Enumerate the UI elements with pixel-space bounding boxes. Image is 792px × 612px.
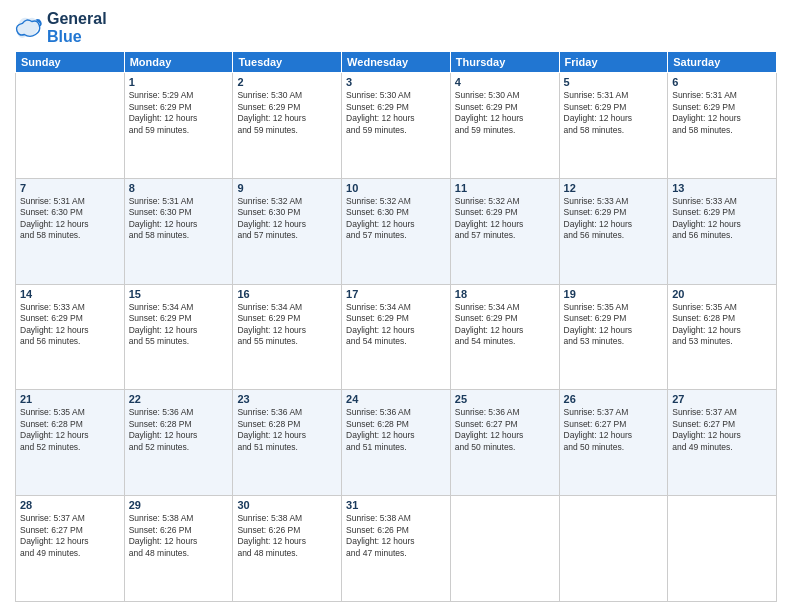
calendar-cell [16, 73, 125, 179]
calendar-cell [668, 496, 777, 602]
calendar-header-thursday: Thursday [450, 52, 559, 73]
calendar-cell: 26Sunrise: 5:37 AM Sunset: 6:27 PM Dayli… [559, 390, 668, 496]
calendar-cell: 29Sunrise: 5:38 AM Sunset: 6:26 PM Dayli… [124, 496, 233, 602]
calendar-cell: 4Sunrise: 5:30 AM Sunset: 6:29 PM Daylig… [450, 73, 559, 179]
day-number: 1 [129, 76, 229, 88]
day-info: Sunrise: 5:36 AM Sunset: 6:27 PM Dayligh… [455, 407, 555, 453]
calendar-cell: 19Sunrise: 5:35 AM Sunset: 6:29 PM Dayli… [559, 284, 668, 390]
day-number: 8 [129, 182, 229, 194]
calendar-header-monday: Monday [124, 52, 233, 73]
day-info: Sunrise: 5:38 AM Sunset: 6:26 PM Dayligh… [237, 513, 337, 559]
day-info: Sunrise: 5:30 AM Sunset: 6:29 PM Dayligh… [346, 90, 446, 136]
day-number: 3 [346, 76, 446, 88]
calendar-cell: 10Sunrise: 5:32 AM Sunset: 6:30 PM Dayli… [342, 178, 451, 284]
day-number: 29 [129, 499, 229, 511]
day-number: 5 [564, 76, 664, 88]
calendar-cell: 5Sunrise: 5:31 AM Sunset: 6:29 PM Daylig… [559, 73, 668, 179]
calendar-cell: 11Sunrise: 5:32 AM Sunset: 6:29 PM Dayli… [450, 178, 559, 284]
calendar-week-row: 21Sunrise: 5:35 AM Sunset: 6:28 PM Dayli… [16, 390, 777, 496]
calendar-header-row: SundayMondayTuesdayWednesdayThursdayFrid… [16, 52, 777, 73]
day-number: 26 [564, 393, 664, 405]
day-info: Sunrise: 5:30 AM Sunset: 6:29 PM Dayligh… [237, 90, 337, 136]
day-number: 27 [672, 393, 772, 405]
header: General Blue [15, 10, 777, 45]
day-number: 9 [237, 182, 337, 194]
day-info: Sunrise: 5:33 AM Sunset: 6:29 PM Dayligh… [564, 196, 664, 242]
day-number: 21 [20, 393, 120, 405]
day-number: 28 [20, 499, 120, 511]
calendar-cell: 6Sunrise: 5:31 AM Sunset: 6:29 PM Daylig… [668, 73, 777, 179]
calendar-table: SundayMondayTuesdayWednesdayThursdayFrid… [15, 51, 777, 602]
day-number: 17 [346, 288, 446, 300]
day-number: 23 [237, 393, 337, 405]
calendar-cell: 28Sunrise: 5:37 AM Sunset: 6:27 PM Dayli… [16, 496, 125, 602]
day-info: Sunrise: 5:32 AM Sunset: 6:30 PM Dayligh… [346, 196, 446, 242]
calendar-week-row: 28Sunrise: 5:37 AM Sunset: 6:27 PM Dayli… [16, 496, 777, 602]
day-number: 31 [346, 499, 446, 511]
calendar-week-row: 1Sunrise: 5:29 AM Sunset: 6:29 PM Daylig… [16, 73, 777, 179]
day-number: 20 [672, 288, 772, 300]
calendar-week-row: 14Sunrise: 5:33 AM Sunset: 6:29 PM Dayli… [16, 284, 777, 390]
day-info: Sunrise: 5:29 AM Sunset: 6:29 PM Dayligh… [129, 90, 229, 136]
calendar-cell: 13Sunrise: 5:33 AM Sunset: 6:29 PM Dayli… [668, 178, 777, 284]
day-info: Sunrise: 5:38 AM Sunset: 6:26 PM Dayligh… [346, 513, 446, 559]
calendar-cell: 1Sunrise: 5:29 AM Sunset: 6:29 PM Daylig… [124, 73, 233, 179]
day-info: Sunrise: 5:32 AM Sunset: 6:30 PM Dayligh… [237, 196, 337, 242]
calendar-header-tuesday: Tuesday [233, 52, 342, 73]
day-number: 7 [20, 182, 120, 194]
calendar-cell: 3Sunrise: 5:30 AM Sunset: 6:29 PM Daylig… [342, 73, 451, 179]
calendar-cell: 30Sunrise: 5:38 AM Sunset: 6:26 PM Dayli… [233, 496, 342, 602]
day-info: Sunrise: 5:36 AM Sunset: 6:28 PM Dayligh… [346, 407, 446, 453]
calendar-cell: 24Sunrise: 5:36 AM Sunset: 6:28 PM Dayli… [342, 390, 451, 496]
day-number: 10 [346, 182, 446, 194]
logo-icon [15, 14, 43, 42]
calendar-cell: 12Sunrise: 5:33 AM Sunset: 6:29 PM Dayli… [559, 178, 668, 284]
day-number: 16 [237, 288, 337, 300]
day-info: Sunrise: 5:36 AM Sunset: 6:28 PM Dayligh… [237, 407, 337, 453]
day-info: Sunrise: 5:37 AM Sunset: 6:27 PM Dayligh… [672, 407, 772, 453]
day-info: Sunrise: 5:38 AM Sunset: 6:26 PM Dayligh… [129, 513, 229, 559]
calendar-cell: 27Sunrise: 5:37 AM Sunset: 6:27 PM Dayli… [668, 390, 777, 496]
day-info: Sunrise: 5:33 AM Sunset: 6:29 PM Dayligh… [20, 302, 120, 348]
day-number: 18 [455, 288, 555, 300]
calendar-header-sunday: Sunday [16, 52, 125, 73]
day-info: Sunrise: 5:31 AM Sunset: 6:30 PM Dayligh… [129, 196, 229, 242]
day-number: 11 [455, 182, 555, 194]
calendar-cell: 20Sunrise: 5:35 AM Sunset: 6:28 PM Dayli… [668, 284, 777, 390]
calendar-cell: 21Sunrise: 5:35 AM Sunset: 6:28 PM Dayli… [16, 390, 125, 496]
day-number: 25 [455, 393, 555, 405]
day-info: Sunrise: 5:30 AM Sunset: 6:29 PM Dayligh… [455, 90, 555, 136]
calendar-cell: 22Sunrise: 5:36 AM Sunset: 6:28 PM Dayli… [124, 390, 233, 496]
day-info: Sunrise: 5:34 AM Sunset: 6:29 PM Dayligh… [455, 302, 555, 348]
day-info: Sunrise: 5:34 AM Sunset: 6:29 PM Dayligh… [346, 302, 446, 348]
logo: General Blue [15, 10, 107, 45]
calendar-cell: 2Sunrise: 5:30 AM Sunset: 6:29 PM Daylig… [233, 73, 342, 179]
day-info: Sunrise: 5:35 AM Sunset: 6:28 PM Dayligh… [20, 407, 120, 453]
day-info: Sunrise: 5:33 AM Sunset: 6:29 PM Dayligh… [672, 196, 772, 242]
calendar-cell: 9Sunrise: 5:32 AM Sunset: 6:30 PM Daylig… [233, 178, 342, 284]
day-number: 2 [237, 76, 337, 88]
day-info: Sunrise: 5:31 AM Sunset: 6:29 PM Dayligh… [672, 90, 772, 136]
day-number: 30 [237, 499, 337, 511]
day-number: 14 [20, 288, 120, 300]
day-number: 15 [129, 288, 229, 300]
day-info: Sunrise: 5:31 AM Sunset: 6:30 PM Dayligh… [20, 196, 120, 242]
calendar-cell: 17Sunrise: 5:34 AM Sunset: 6:29 PM Dayli… [342, 284, 451, 390]
calendar-header-wednesday: Wednesday [342, 52, 451, 73]
day-number: 24 [346, 393, 446, 405]
calendar-header-saturday: Saturday [668, 52, 777, 73]
day-number: 13 [672, 182, 772, 194]
calendar-cell [450, 496, 559, 602]
day-info: Sunrise: 5:37 AM Sunset: 6:27 PM Dayligh… [20, 513, 120, 559]
day-number: 22 [129, 393, 229, 405]
day-info: Sunrise: 5:36 AM Sunset: 6:28 PM Dayligh… [129, 407, 229, 453]
calendar-cell: 16Sunrise: 5:34 AM Sunset: 6:29 PM Dayli… [233, 284, 342, 390]
calendar-cell: 8Sunrise: 5:31 AM Sunset: 6:30 PM Daylig… [124, 178, 233, 284]
day-info: Sunrise: 5:35 AM Sunset: 6:28 PM Dayligh… [672, 302, 772, 348]
day-info: Sunrise: 5:34 AM Sunset: 6:29 PM Dayligh… [129, 302, 229, 348]
calendar-cell: 23Sunrise: 5:36 AM Sunset: 6:28 PM Dayli… [233, 390, 342, 496]
calendar-cell: 18Sunrise: 5:34 AM Sunset: 6:29 PM Dayli… [450, 284, 559, 390]
day-number: 6 [672, 76, 772, 88]
day-info: Sunrise: 5:31 AM Sunset: 6:29 PM Dayligh… [564, 90, 664, 136]
day-info: Sunrise: 5:32 AM Sunset: 6:29 PM Dayligh… [455, 196, 555, 242]
